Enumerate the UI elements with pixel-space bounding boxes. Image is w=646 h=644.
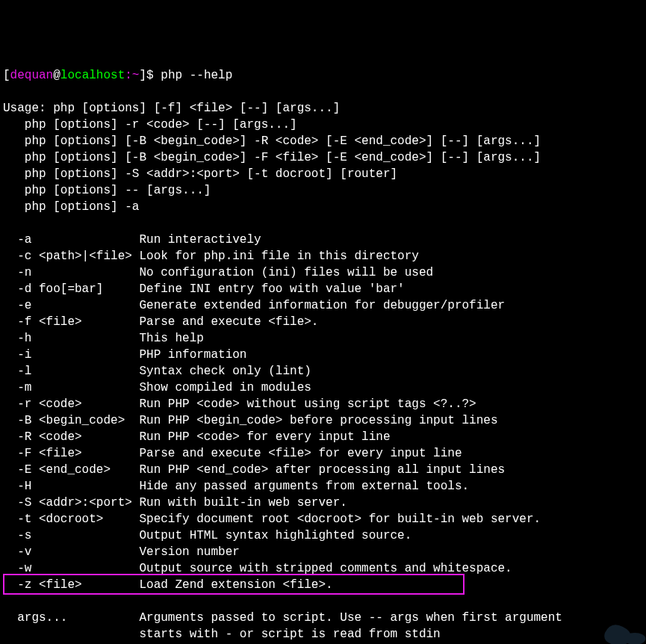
output-line: php [options] [-B <begin_code>] -R <code… [3,134,541,148]
prompt-dollar: $ [146,69,161,82]
output-line: -R <code> Run PHP <code> for every input… [3,430,390,444]
output-line: -v Version number [3,545,240,559]
output-line: -H Hide any passed arguments from extern… [3,480,469,493]
output-line: php [options] -a [3,200,139,214]
output-line: -n No configuration (ini) files will be … [3,266,433,279]
output-line: php [options] [-B <begin_code>] -F <file… [3,151,541,164]
watermark-logo [579,598,639,635]
prompt-user: dequan [10,69,54,82]
output-line: -i PHP information [3,348,246,362]
prompt-colon: : [125,69,132,82]
prompt-at: @ [53,69,60,82]
output-line: -B <begin_code> Run PHP <begin_code> bef… [3,414,498,427]
output-line: -f <file> Parse and execute <file>. [3,315,318,329]
terminal-prompt-line: [dequan@localhost:~]$ php --help [3,67,643,84]
command-input[interactable]: php --help [161,69,232,82]
output-line: -e Generate extended information for deb… [3,299,505,312]
output-line: -c <path>|<file> Look for php.ini file i… [3,250,419,263]
output-line: -S <addr>:<port> Run with built-in web s… [3,496,347,510]
prompt-bracket-open: [ [3,69,10,82]
prompt-host: localhost [60,69,125,82]
output-line: -h This help [3,332,204,345]
output-line: php [options] -- [args...] [3,184,211,197]
output-line: -F <file> Parse and execute <file> for e… [3,447,462,460]
output-line: -E <end_code> Run PHP <end_code> after p… [3,463,505,477]
output-line: Usage: php [options] [-f] <file> [--] [a… [3,102,340,115]
output-line: php [options] -S <addr>:<port> [-t docro… [3,167,397,181]
output-line: -t <docroot> Specify document root <docr… [3,513,541,526]
output-line: php [options] -r <code> [--] [args...] [3,118,297,131]
output-line: -w Output source with stripped comments … [3,562,512,575]
output-line: -r <code> Run PHP <code> without using s… [3,397,476,411]
prompt-bracket-close: ] [139,69,146,82]
output-line: -z <file> Load Zend extension <file>. [3,578,333,592]
svg-point-0 [624,633,646,644]
output-line: args... Arguments passed to script. Use … [3,611,562,625]
output-line: -s Output HTML syntax highlighted source… [3,529,411,542]
output-line: -l Syntax check only (lint) [3,365,311,378]
output-line: -m Show compiled in modules [3,381,311,394]
output-line: -a Run interactively [3,233,261,247]
output-line: -d foo[=bar] Define INI entry foo with v… [3,282,405,296]
output-line: starts with - or script is read from std… [3,628,441,641]
